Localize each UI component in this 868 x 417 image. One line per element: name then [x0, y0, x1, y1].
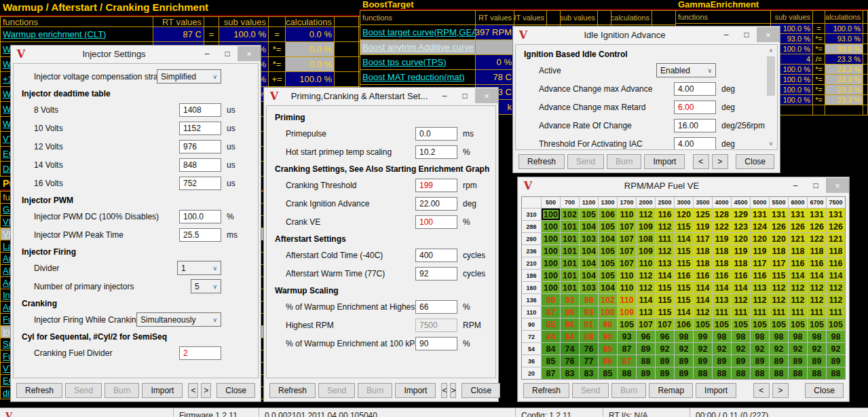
ve-col-header[interactable]: 3500	[694, 197, 712, 208]
ve-cell[interactable]: 116	[656, 208, 674, 220]
ve-col-header[interactable]: 6000	[789, 197, 807, 208]
ve-cell[interactable]: 119	[751, 245, 769, 257]
hot-start-primep-temp-scaling-input[interactable]: 10.2	[415, 145, 457, 159]
ve-row-header[interactable]: 236	[522, 245, 541, 257]
ve-cell[interactable]: 92	[732, 343, 750, 355]
ve-cell[interactable]: 112	[751, 294, 769, 306]
16-volts-input[interactable]: 752	[179, 177, 221, 190]
ve-cell[interactable]: 107	[656, 319, 674, 330]
injector-firing-while-cranking-select[interactable]: Simultaneously∨	[136, 312, 221, 327]
ve-col-header[interactable]: 5500	[770, 197, 788, 208]
ve-cell[interactable]: 98	[808, 331, 826, 342]
priming-titlebar[interactable]: V Priming,Cranking & Afterstart Set... –…	[264, 88, 498, 104]
ve-cell[interactable]: 111	[827, 306, 845, 318]
ve-cell[interactable]: 101	[561, 270, 579, 281]
ve-cell[interactable]: 111	[713, 306, 731, 318]
ve-cell[interactable]: 116	[751, 270, 769, 281]
ve-cell[interactable]: 104	[599, 233, 617, 244]
ve-cell[interactable]: 117	[751, 257, 769, 269]
ve-cell[interactable]: 98	[580, 294, 598, 306]
ve-cell[interactable]: 115	[770, 270, 788, 281]
ve-cell[interactable]: 115	[656, 294, 674, 306]
ve-cell[interactable]: 107	[637, 319, 655, 330]
ve-cell[interactable]: 85	[542, 355, 560, 367]
ve-cell[interactable]: 103	[580, 233, 598, 244]
ve-cell[interactable]: 101	[561, 221, 579, 232]
divider-select[interactable]: 1∨	[177, 261, 221, 275]
ve-cell[interactable]: 126	[789, 221, 807, 232]
maximize-button[interactable]: □	[806, 178, 826, 193]
ve-cell[interactable]: 105	[599, 257, 617, 269]
ve-col-header[interactable]: 700	[561, 197, 579, 208]
ve-cell[interactable]: 116	[827, 257, 845, 269]
ve-cell[interactable]: 105	[808, 319, 826, 330]
afterstart-cold-time-40c-input[interactable]: 400	[415, 249, 457, 262]
ve-cell[interactable]: 89	[694, 355, 712, 367]
ve-cell[interactable]: 101	[561, 233, 579, 244]
ve-cell[interactable]: 108	[637, 233, 655, 244]
idle-titlebar[interactable]: V Idle Ignition Advance – □ ×	[513, 26, 780, 43]
ve-cell[interactable]: 100	[542, 245, 560, 257]
ve-cell[interactable]: 76	[561, 355, 579, 367]
sub-value-cell[interactable]: 100.0 %	[219, 27, 269, 41]
ve-cell[interactable]: 110	[618, 294, 636, 306]
ve-cell[interactable]: 102	[599, 294, 617, 306]
ve-cell[interactable]: 85	[599, 367, 617, 379]
ve-cell[interactable]: 89	[675, 367, 693, 379]
ve-cell[interactable]: 106	[599, 208, 617, 220]
ve-cell[interactable]: 105	[599, 221, 617, 232]
ve-cell[interactable]: 114	[789, 270, 807, 281]
ve-col-header[interactable]: 4500	[732, 197, 750, 208]
ve-cell[interactable]: 98	[713, 331, 731, 342]
ve-cell[interactable]: 114	[637, 294, 655, 306]
ve-cell[interactable]: 110	[618, 208, 636, 220]
ve-cell[interactable]: 131	[751, 208, 769, 220]
maximize-button[interactable]: □	[455, 88, 475, 103]
ve-cell[interactable]: 110	[618, 270, 636, 281]
ve-cell[interactable]: 115	[675, 221, 693, 232]
ve-cell[interactable]: 107	[618, 221, 636, 232]
ve-cell[interactable]: 118	[713, 257, 731, 269]
ve-cell[interactable]: 98	[827, 331, 845, 342]
next-button[interactable]: >	[201, 383, 211, 398]
ve-cell[interactable]: 89	[808, 355, 826, 367]
advance-change-max-advance-input[interactable]: 4.00	[674, 82, 716, 96]
ve-cell[interactable]: 100	[542, 282, 560, 293]
ve-cell[interactable]: 86	[561, 319, 579, 330]
cranking-threshold-input[interactable]: 199	[415, 179, 457, 192]
ve-cell[interactable]: 83	[580, 367, 598, 379]
ve-cell[interactable]: 83	[561, 367, 579, 379]
ve-row-header[interactable]: 160	[522, 282, 541, 293]
prev-button[interactable]: <	[441, 383, 447, 398]
ve-cell[interactable]: 100	[542, 233, 560, 244]
ve-cell[interactable]: 129	[732, 208, 750, 220]
ve-cell[interactable]: 114	[827, 270, 845, 281]
ve-cell[interactable]: 111	[656, 233, 674, 244]
ve-cell[interactable]: 88	[808, 367, 826, 379]
ve-cell[interactable]: 104	[580, 270, 598, 281]
ve-cell[interactable]: 114	[656, 270, 674, 281]
burn-button[interactable]: Burn	[105, 383, 139, 398]
close-icon[interactable]: ×	[826, 178, 849, 193]
ve-cell[interactable]: 89	[732, 355, 750, 367]
ve-cell[interactable]: 88	[732, 367, 750, 379]
ve-cell[interactable]: 99	[694, 331, 712, 342]
rt-value-cell[interactable]: 87 C	[153, 27, 204, 41]
crank-ve-input[interactable]: 100	[415, 215, 457, 229]
ve-cell[interactable]: 116	[789, 257, 807, 269]
12-volts-input[interactable]: 976	[179, 140, 221, 153]
ve-cell[interactable]: 89	[713, 355, 731, 367]
ve-cell[interactable]: 88	[637, 355, 655, 367]
ve-cell[interactable]: 131	[827, 208, 845, 220]
ve-cell[interactable]: 96	[637, 331, 655, 342]
ve-cell[interactable]: 98	[675, 331, 693, 342]
ve-col-header[interactable]: 2500	[656, 197, 674, 208]
rt-value-cell[interactable]	[476, 40, 514, 54]
ve-cell[interactable]: 112	[808, 294, 826, 306]
ve-cell[interactable]: 114	[675, 306, 693, 318]
ve-cell[interactable]: 121	[789, 233, 807, 244]
ve-cell[interactable]: 107	[618, 257, 636, 269]
ve-cell[interactable]: 125	[694, 208, 712, 220]
minimize-button[interactable]: –	[434, 88, 455, 103]
refresh-button[interactable]: Refresh	[269, 383, 316, 398]
